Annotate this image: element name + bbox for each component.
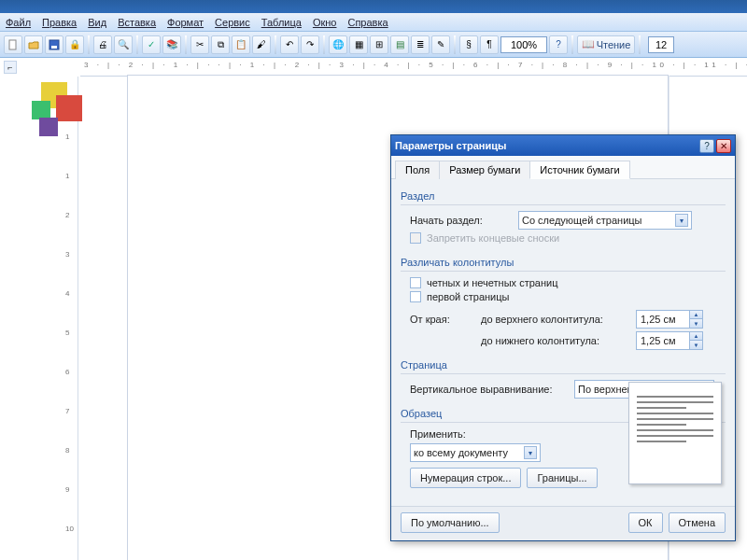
suppress-endnotes-checkbox <box>410 232 421 244</box>
from-edge-label: От края: <box>410 314 475 325</box>
open-icon[interactable] <box>24 35 43 54</box>
close-icon[interactable]: ✕ <box>716 139 731 153</box>
tables-borders-icon[interactable]: ▦ <box>349 35 368 54</box>
cut-icon[interactable]: ✂ <box>190 35 209 54</box>
chevron-up-icon[interactable]: ▲ <box>689 332 702 341</box>
dialog-title: Параметры страницы <box>395 140 506 151</box>
svg-rect-0 <box>9 40 16 49</box>
tab-paper-source[interactable]: Источник бумаги <box>529 161 629 179</box>
title-bar <box>0 0 747 13</box>
columns-icon[interactable]: ≣ <box>411 35 430 54</box>
zoom-combo[interactable]: 100% <box>500 36 547 53</box>
paste-icon[interactable]: 📋 <box>232 35 250 54</box>
menu-edit[interactable]: Правка <box>40 15 78 30</box>
tab-selector-icon[interactable]: ⌐ <box>4 61 17 74</box>
read-mode-button[interactable]: 📖 Чтение <box>577 35 635 54</box>
odd-even-checkbox[interactable] <box>410 277 421 288</box>
first-page-label: первой страницы <box>427 291 509 302</box>
section-start-label: Начать раздел: <box>410 215 513 226</box>
excel-icon[interactable]: ▤ <box>390 35 409 54</box>
dialog-title-bar[interactable]: Параметры страницы ? ✕ <box>391 135 735 156</box>
footer-distance-spinner[interactable]: 1,25 см ▲▼ <box>636 331 703 350</box>
menu-view[interactable]: Вид <box>86 15 108 30</box>
chevron-down-icon: ▾ <box>524 446 537 459</box>
dialog-tabs: Поля Размер бумаги Источник бумаги <box>391 156 735 179</box>
menu-tools[interactable]: Сервис <box>213 15 252 30</box>
horizontal-ruler[interactable]: 3 · | · 2 · | · 1 · | · · | · 1 · | · 2 … <box>80 58 747 76</box>
ruler-row: ⌐ 3 · | · 2 · | · 1 · | · · | · 1 · | · … <box>0 58 747 77</box>
menu-window[interactable]: Окно <box>311 15 339 30</box>
insert-table-icon[interactable]: ⊞ <box>370 35 388 54</box>
tab-paper-size[interactable]: Размер бумаги <box>439 161 530 179</box>
odd-even-label: четных и нечетных страниц <box>427 277 557 288</box>
group-section: Раздел <box>401 190 726 202</box>
cancel-button[interactable]: Отмена <box>669 512 726 533</box>
chevron-down-icon[interactable]: ▼ <box>689 319 702 328</box>
save-icon[interactable] <box>45 35 63 54</box>
research-icon[interactable]: 📚 <box>162 35 181 54</box>
default-button[interactable]: По умолчанию... <box>401 512 500 533</box>
font-size-combo[interactable]: 12 <box>648 36 674 53</box>
spellcheck-icon[interactable]: ✓ <box>142 35 161 54</box>
print-icon[interactable]: 🖨 <box>93 35 112 54</box>
slide-deco-icon <box>32 78 88 136</box>
toolbar: 🔒 🖨 🔍 ✓ 📚 ✂ ⧉ 📋 🖌 ↶ ↷ 🌐 ▦ ⊞ ▤ ≣ ✎ § ¶ 10… <box>0 32 747 58</box>
menu-help[interactable]: Справка <box>345 15 389 30</box>
menu-table[interactable]: Таблица <box>260 15 303 30</box>
vertical-ruler[interactable]: 21123456789101112 <box>0 77 80 560</box>
valign-label: Вертикальное выравнивание: <box>410 384 569 395</box>
undo-icon[interactable]: ↶ <box>280 35 299 54</box>
hyperlink-icon[interactable]: 🌐 <box>329 35 347 54</box>
header-distance-label: до верхнего колонтитула: <box>481 314 630 325</box>
menu-file[interactable]: Файл <box>4 15 33 30</box>
help-button-icon[interactable]: ? <box>699 139 714 153</box>
permission-icon[interactable]: 🔒 <box>65 35 84 54</box>
ok-button[interactable]: ОК <box>628 512 663 533</box>
redo-icon[interactable]: ↷ <box>301 35 319 54</box>
format-painter-icon[interactable]: 🖌 <box>252 35 271 54</box>
borders-button[interactable]: Границы... <box>527 468 597 488</box>
apply-to-select[interactable]: ко всему документу▾ <box>410 443 541 462</box>
group-headers: Различать колонтитулы <box>401 257 726 268</box>
tab-fields[interactable]: Поля <box>395 161 440 179</box>
chevron-down-icon: ▾ <box>675 214 688 227</box>
drawing-icon[interactable]: ✎ <box>431 35 450 54</box>
chevron-down-icon[interactable]: ▼ <box>689 341 702 349</box>
document-map-icon[interactable]: § <box>459 35 478 54</box>
print-preview-icon[interactable]: 🔍 <box>114 35 133 54</box>
svg-rect-2 <box>51 46 57 49</box>
copy-icon[interactable]: ⧉ <box>211 35 230 54</box>
help-icon[interactable]: ? <box>549 35 568 54</box>
menu-bar: Файл Правка Вид Вставка Формат Сервис Та… <box>0 13 747 32</box>
apply-to-label: Применить: <box>410 428 541 440</box>
show-marks-icon[interactable]: ¶ <box>480 35 499 54</box>
sample-preview <box>628 382 722 484</box>
section-start-select[interactable]: Со следующей страницы▾ <box>518 211 692 230</box>
first-page-checkbox[interactable] <box>410 291 421 302</box>
chevron-up-icon[interactable]: ▲ <box>689 311 702 319</box>
suppress-endnotes-label: Запретить концевые сноски <box>427 232 559 244</box>
menu-format[interactable]: Формат <box>165 15 205 30</box>
group-page: Страница <box>401 359 726 371</box>
menu-insert[interactable]: Вставка <box>116 15 158 30</box>
new-doc-icon[interactable] <box>4 35 22 54</box>
footer-distance-label: до нижнего колонтитула: <box>481 335 630 346</box>
line-numbers-button[interactable]: Нумерация строк... <box>410 468 521 488</box>
header-distance-spinner[interactable]: 1,25 см ▲▼ <box>636 310 703 329</box>
page-setup-dialog: Параметры страницы ? ✕ Поля Размер бумаг… <box>390 134 736 541</box>
